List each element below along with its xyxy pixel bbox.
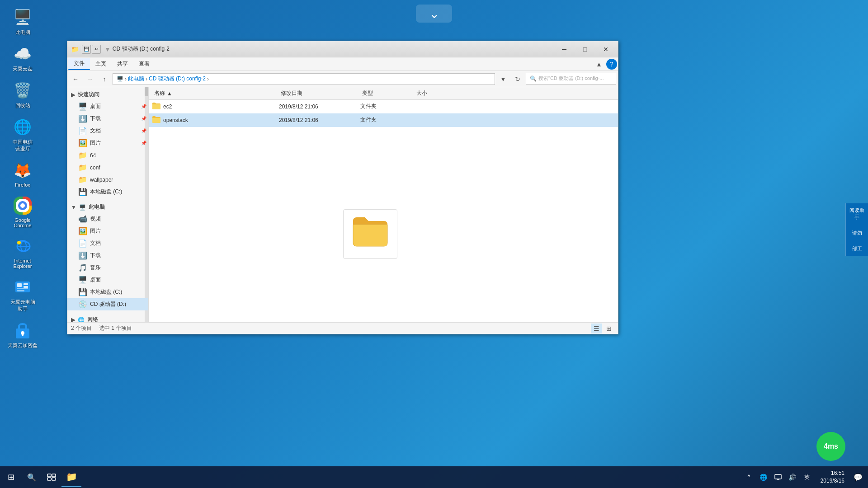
sidebar-item-pics[interactable]: 🖼️ 图片 [67, 225, 148, 237]
sidebar-item-downloads[interactable]: ⬇️ 下载 [67, 249, 148, 262]
quick-undo-button[interactable]: ↩ [92, 45, 101, 54]
sidebar-scroll-thumb[interactable] [145, 87, 148, 96]
desktop-icon-recycle-bin[interactable]: 🗑️ 回收站 [5, 78, 41, 111]
sidebar-item-videos[interactable]: 📹 视频 [67, 213, 148, 225]
dept-label: 部工 [852, 245, 862, 252]
downloads-icon: ⬇️ [78, 251, 87, 260]
sidebar-item-desktop[interactable]: 🖥️ 桌面 📌 [67, 100, 148, 113]
sidebar-item-cd-drive[interactable]: 💿 CD 驱动器 (D:) [67, 298, 148, 310]
sidebar-item-download[interactable]: ⬇️ 下载 📌 [67, 113, 148, 125]
desktop-icon-firefox[interactable]: 🦊 Firefox [5, 158, 41, 189]
breadcrumb-this-pc[interactable]: 此电脑 [128, 75, 144, 83]
desktop-chevron[interactable]: ⌄ [416, 5, 452, 23]
tianyi-assistant-icon [12, 276, 33, 298]
docs-nav-icon: 📄 [78, 127, 87, 135]
explorer-title-bar: 📁 💾 ↩ ▼ CD 驱动器 (D:) config-2 ─ □ ✕ [67, 41, 618, 57]
quick-save-button[interactable]: 💾 [82, 45, 91, 54]
close-button[interactable]: ✕ [595, 42, 616, 56]
sort-icon: ▲ [167, 90, 172, 97]
download-nav-icon: ⬇️ [78, 114, 87, 123]
tray-network-icon[interactable]: 🌐 [757, 471, 770, 483]
docs-icon: 📄 [78, 239, 87, 248]
file-ec2-date: 2019/8/12 21:06 [279, 103, 360, 110]
minimize-button[interactable]: ─ [554, 42, 575, 56]
address-bar-right: ▼ ↻ 🔍 搜索"CD 驱动器 (D:) config-... [497, 73, 616, 85]
taskbar-clock[interactable]: 16:51 2019/8/16 [817, 469, 848, 485]
breadcrumb-cd-drive[interactable]: CD 驱动器 (D:) config-2 [149, 75, 206, 83]
china-telecom-label: 中国电信营业厅 [13, 139, 33, 152]
sidebar-item-wallpaper[interactable]: 📁 wallpaper [67, 174, 148, 186]
right-panel-dnd[interactable]: 请勿 [852, 230, 862, 236]
maximize-button[interactable]: □ [575, 42, 595, 56]
folder-openstack-icon [152, 116, 160, 125]
desktop-icon-china-telecom[interactable]: 🌐 中国电信营业厅 [5, 114, 41, 154]
desktop-icon-tianyi-assistant[interactable]: 天翼云电脑助手 [5, 274, 41, 314]
file-ec2-name: ec2 [152, 102, 279, 111]
detail-view-button[interactable]: ⊞ [604, 324, 614, 333]
svg-rect-19 [47, 478, 51, 480]
refresh-button[interactable]: ↻ [511, 73, 524, 85]
ribbon-collapse-button[interactable]: ▲ [594, 59, 604, 70]
header-type[interactable]: 类型 [360, 89, 415, 97]
taskbar-explorer-button[interactable]: 📁 [61, 467, 81, 487]
file-openstack-date: 2019/8/12 21:06 [279, 117, 360, 123]
sidebar-item-local-disk-c[interactable]: 💾 本地磁盘 (C:) [67, 286, 148, 298]
sidebar-item-pc-desktop[interactable]: 🖥️ 桌面 [67, 274, 148, 286]
sidebar-network-section: ▶ 🌐 网络 [67, 312, 148, 322]
taskbar-notification-button[interactable]: 💬 [848, 467, 868, 487]
desktop-icon-google-chrome[interactable]: GoogleChrome [5, 193, 41, 230]
google-chrome-icon [12, 195, 33, 216]
menu-view[interactable]: 查看 [133, 58, 155, 70]
file-row-openstack[interactable]: openstack 2019/8/12 21:06 文件夹 [149, 113, 618, 127]
local-disk-c-icon: 💾 [78, 288, 87, 296]
sidebar-quick-access-header[interactable]: ▶ 快速访问 [67, 89, 148, 100]
status-bar-right: ☰ ⊞ [591, 324, 614, 333]
sidebar-desktop-label: 桌面 [90, 103, 101, 110]
sidebar-item-local-c[interactable]: 💾 本地磁盘 (C:) [67, 186, 148, 198]
desktop-icon-tianyi-cloud[interactable]: ☁️ 天翼云盘 [5, 41, 41, 74]
start-button[interactable]: ⊞ [0, 466, 22, 488]
sidebar-item-music[interactable]: 🎵 音乐 [67, 262, 148, 274]
file-row-ec2[interactable]: ec2 2019/8/12 21:06 文件夹 [149, 100, 618, 113]
sidebar-item-conf[interactable]: 📁 conf [67, 161, 148, 174]
sidebar-item-documents[interactable]: 📄 文档 📌 [67, 125, 148, 137]
task-view-button[interactable] [42, 467, 61, 487]
status-selected-count: 选中 1 个项目 [99, 324, 132, 332]
desktop-icon-this-pc[interactable]: 🖥️ 此电脑 [5, 5, 41, 38]
menu-share[interactable]: 共享 [112, 58, 133, 70]
desktop-icon-internet-explorer[interactable]: InternetExplorer [5, 234, 41, 271]
sidebar-item-64[interactable]: 📁 64 [67, 149, 148, 161]
address-path-bar[interactable]: 🖥️ › 此电脑 › CD 驱动器 (D:) config-2 › [113, 73, 495, 85]
right-panel-dept[interactable]: 部工 [852, 245, 862, 252]
forward-button[interactable]: → [84, 73, 96, 85]
header-size[interactable]: 大小 [415, 89, 460, 97]
tray-arrow-button[interactable]: ^ [743, 471, 755, 483]
tray-volume-icon[interactable]: 🔊 [786, 471, 799, 483]
sidebar-network-header[interactable]: ▶ 🌐 网络 [67, 314, 148, 322]
address-dropdown-button[interactable]: ▼ [497, 73, 509, 85]
desktop-icon-tianyi-encrypt[interactable]: 天翼云加密盘 [5, 318, 41, 351]
menu-home[interactable]: 主页 [90, 58, 112, 70]
sidebar-conf-label: conf [90, 164, 100, 171]
back-button[interactable]: ← [69, 73, 82, 85]
header-name[interactable]: 名称 ▲ [152, 89, 279, 97]
help-button[interactable]: ? [606, 59, 617, 70]
sidebar-docs2-label: 文档 [90, 239, 101, 247]
sidebar-item-pictures[interactable]: 🖼️ 图片 📌 [67, 137, 148, 149]
sidebar-this-pc-label: 此电脑 [89, 203, 105, 211]
ping-badge: 4ms [816, 432, 845, 461]
right-panel-reading[interactable]: 阅读助手 [848, 207, 866, 221]
sidebar-this-pc-header[interactable]: ▼ 🖥️ 此电脑 [67, 202, 148, 213]
up-button[interactable]: ↑ [98, 73, 111, 85]
sidebar-item-docs[interactable]: 📄 文档 [67, 237, 148, 249]
tray-language-icon[interactable]: 英 [801, 471, 813, 483]
tray-display-icon[interactable] [772, 471, 784, 483]
internet-explorer-label: InternetExplorer [14, 258, 32, 269]
search-box[interactable]: 🔍 搜索"CD 驱动器 (D:) config-... [526, 73, 616, 84]
list-view-button[interactable]: ☰ [591, 324, 602, 333]
header-date[interactable]: 修改日期 [279, 89, 360, 97]
taskbar-search-button[interactable]: 🔍 [22, 467, 42, 487]
explorer-window-icon: 📁 [69, 44, 80, 55]
menu-file[interactable]: 文件 [68, 58, 90, 70]
folder-ec2-icon [152, 102, 160, 111]
